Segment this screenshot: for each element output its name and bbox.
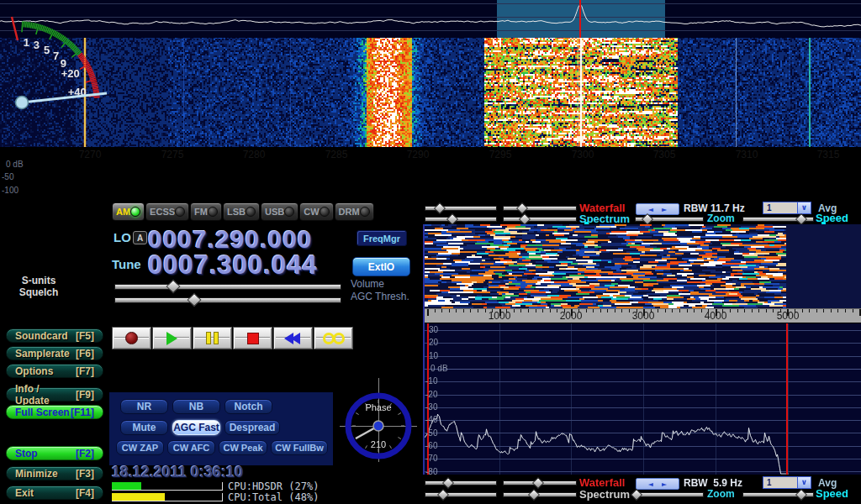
waterfall-brightness-slider-2[interactable] [425,478,497,487]
cw-fullbw-button[interactable]: CW FullBw [271,440,328,455]
slider-thumb[interactable] [528,489,540,501]
phase-value: 210 [340,439,417,449]
mode-fm[interactable]: FM [190,202,222,221]
main-spectrum-display[interactable] [0,0,861,38]
tune-frequency-display[interactable]: 0007.300.044 [148,250,318,281]
slider-thumb[interactable] [187,293,201,307]
options-button[interactable]: Options[F7] [6,364,103,378]
fullscreen-button[interactable]: Full Screen[F11] [6,405,103,419]
slider-thumb[interactable] [631,489,642,501]
freq-tick-label: 4000 [705,310,727,322]
slider-track [114,297,341,303]
cw-zap-button[interactable]: CW ZAP [116,440,164,455]
lo-frequency-display[interactable]: 0007.290.000 [148,225,313,254]
waterfall-brightness-slider[interactable] [425,203,497,213]
waterfall-contrast-slider[interactable] [503,203,577,213]
volume-label: Volume [351,278,384,290]
spectrum-range-slider[interactable] [425,214,497,223]
mode-lsb[interactable]: LSB [223,202,260,221]
avg-dropdown-value[interactable]: 1 [763,477,797,488]
chevron-down-icon[interactable]: ∨ [797,202,811,213]
avg-dropdown[interactable]: 1 ∨ [763,202,811,214]
soundcard-button[interactable]: Soundcard[F5] [6,328,103,343]
freq-tick-label: 3000 [632,310,655,322]
scroll-arrows-button-2[interactable]: ◄► [636,478,679,490]
slider-thumb[interactable] [434,202,446,214]
waterfall-mode-label-2[interactable]: Waterfall [579,476,625,489]
slider-thumb[interactable] [795,213,807,225]
mode-usb[interactable]: USB [261,202,298,221]
play-button[interactable] [152,327,192,349]
zoom-slider-2[interactable] [635,490,704,499]
waterfall-contrast-slider-2[interactable] [503,478,577,487]
avg-dropdown-value[interactable]: 1 [763,202,797,213]
chevron-down-icon[interactable]: ∨ [797,477,811,488]
slider-thumb[interactable] [795,489,807,501]
record-button[interactable] [112,327,151,349]
lo-mode-button[interactable]: A [133,231,147,244]
zoom-slider[interactable] [635,214,704,223]
mode-ecss[interactable]: ECSS [145,202,189,221]
slider-thumb[interactable] [642,213,653,225]
mode-label: FM [194,207,208,217]
freqmgr-button[interactable]: FreqMgr [357,230,407,246]
scroll-right-icon[interactable]: ► [662,206,667,213]
db-label: 20 [429,338,438,347]
slider-thumb[interactable] [519,213,531,225]
avg-dropdown-2[interactable]: 1 ∨ [763,476,811,489]
s-meter[interactable] [0,0,109,118]
spectrum-range-slider-2[interactable] [425,490,497,499]
button-key: [F11] [71,407,94,418]
mode-drm[interactable]: DRM [335,202,374,221]
notch-button[interactable]: Notch [224,399,272,414]
info-update-button[interactable]: Info / Update[F9] [6,387,103,402]
extio-button[interactable]: ExtIO [352,257,410,276]
freq-tick-label: 7315 [817,149,840,160]
nr-button[interactable]: NR [120,399,168,414]
mode-cw[interactable]: CW [299,202,333,221]
freq-tick-label: 7305 [653,149,676,160]
nb-button[interactable]: NB [172,399,220,414]
agc-fast-button[interactable]: AGC Fast [172,420,220,435]
minimize-button[interactable]: Minimize[F3] [6,466,103,480]
mute-button[interactable]: Mute [120,420,168,435]
scroll-left-icon[interactable]: ◄ [648,480,653,488]
cw-afc-button[interactable]: CW AFC [167,440,215,455]
db-label: -50 [425,428,437,438]
despread-button[interactable]: Despread [224,420,280,435]
cw-peak-button[interactable]: CW Peak [219,440,267,455]
slider-thumb[interactable] [532,477,544,489]
slider-thumb[interactable] [442,477,454,489]
scroll-left-icon[interactable]: ◄ [648,206,653,213]
slider-thumb[interactable] [446,213,458,225]
speed-slider-2[interactable] [742,490,814,499]
loop-button[interactable] [314,327,353,349]
spectrum-offset-slider-2[interactable] [503,490,577,499]
agc-threshold-slider[interactable] [114,294,341,306]
rewind-button[interactable] [273,327,313,349]
db-label: 0 dB [430,364,448,373]
samplerate-button[interactable]: Samplerate[F6] [6,346,103,360]
mode-label: CW [304,207,319,217]
stop-playback-button[interactable] [233,327,272,349]
stop-button[interactable]: Stop[F2] [6,446,103,460]
audio-spectrum-display[interactable] [425,323,861,475]
spectrum-mode-label-2[interactable]: Spectrum [579,488,630,501]
slider-thumb[interactable] [166,280,181,294]
speed-slider[interactable] [742,214,814,223]
slider-thumb[interactable] [436,489,448,501]
button-label: Options [15,365,53,377]
scroll-arrows-button[interactable]: ◄► [636,203,679,215]
scroll-right-icon[interactable]: ► [662,480,667,488]
db-label: 10 [429,351,438,360]
audio-waterfall-display[interactable] [425,224,861,308]
led-icon [175,207,185,217]
led-icon [360,207,370,217]
volume-slider[interactable] [114,281,341,292]
slider-thumb[interactable] [516,202,528,214]
spectrum-offset-slider[interactable] [503,214,577,223]
exit-button[interactable]: Exit[F4] [6,486,103,500]
slider-track [503,217,577,222]
mode-am[interactable]: AM [112,202,145,221]
pause-button[interactable] [193,327,232,349]
